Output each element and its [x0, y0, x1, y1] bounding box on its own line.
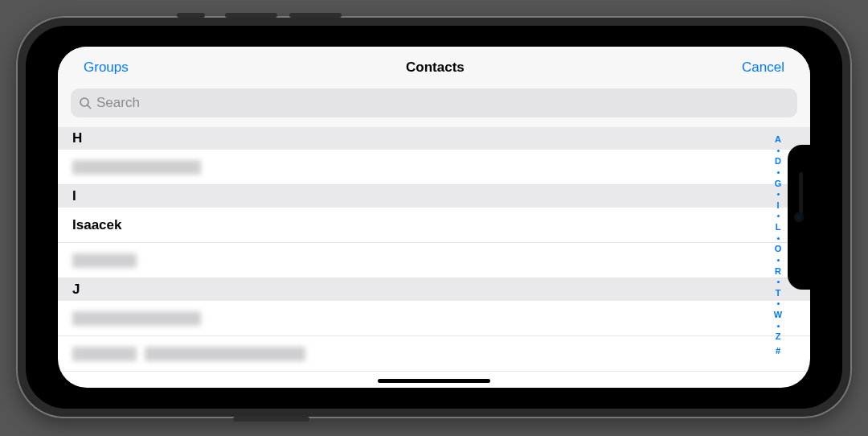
cancel-button[interactable]: Cancel	[742, 60, 784, 76]
svg-line-1	[88, 105, 91, 109]
index-letter[interactable]: A	[775, 135, 781, 144]
index-dot	[777, 150, 780, 152]
index-letter[interactable]: T	[776, 289, 781, 298]
contact-row[interactable]	[58, 301, 810, 336]
contact-row-isaacek[interactable]: Isaacek	[58, 208, 810, 243]
redacted-contact-name	[72, 160, 201, 175]
side-button	[233, 417, 309, 422]
redacted-contact-name	[72, 253, 137, 268]
groups-button[interactable]: Groups	[84, 60, 129, 76]
page-title: Contacts	[406, 60, 465, 76]
section-index[interactable]: A D G I L O R T W Z #	[772, 135, 784, 356]
search-input[interactable]	[96, 95, 267, 111]
index-letter[interactable]: O	[775, 245, 782, 253]
index-letter[interactable]: W	[774, 311, 782, 319]
index-dot	[777, 325, 780, 327]
search-bar-container	[58, 88, 810, 127]
phone-frame: Groups Contacts Cancel H	[16, 16, 852, 418]
ringer-switch	[177, 13, 205, 18]
section-header-h: H	[58, 127, 810, 150]
phone-bezel: Groups Contacts Cancel H	[26, 26, 842, 409]
display-notch	[788, 145, 810, 290]
index-letter[interactable]: I	[776, 201, 779, 210]
index-dot	[777, 281, 780, 283]
volume-up-button	[225, 13, 277, 18]
search-field[interactable]	[71, 88, 797, 117]
contact-row[interactable]	[58, 150, 810, 185]
index-dot	[777, 215, 780, 217]
section-header-i: I	[58, 185, 810, 208]
index-dot	[777, 302, 780, 305]
index-letter[interactable]: D	[775, 157, 781, 166]
redacted-contact-name	[145, 347, 305, 361]
redacted-contact-name	[72, 311, 201, 326]
index-letter[interactable]: Z	[776, 332, 781, 341]
contacts-list[interactable]: H I Isaacek J	[58, 127, 810, 388]
phone-screen: Groups Contacts Cancel H	[58, 47, 810, 388]
index-letter[interactable]: #	[776, 347, 780, 356]
search-icon	[79, 97, 92, 109]
index-letter[interactable]: G	[775, 179, 782, 188]
front-camera	[794, 212, 804, 222]
index-dot	[777, 193, 780, 195]
index-letter[interactable]: L	[776, 223, 781, 232]
contact-row[interactable]	[58, 336, 810, 372]
volume-down-button	[289, 13, 342, 18]
redacted-contact-name	[72, 347, 137, 361]
index-dot	[777, 259, 780, 261]
navigation-bar: Groups Contacts Cancel	[58, 47, 810, 88]
section-header-j: J	[58, 278, 810, 301]
index-dot	[777, 171, 780, 174]
home-indicator[interactable]	[378, 379, 490, 383]
contact-row[interactable]	[58, 243, 810, 278]
index-letter[interactable]: R	[775, 267, 781, 276]
index-dot	[777, 237, 780, 240]
